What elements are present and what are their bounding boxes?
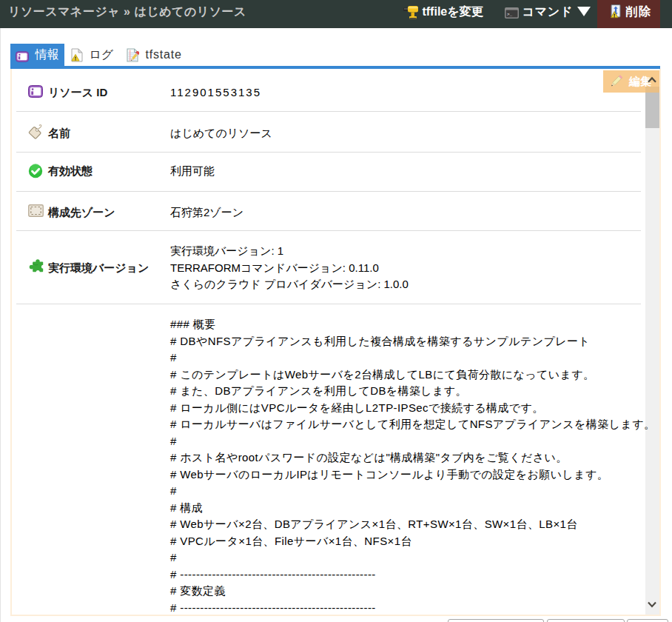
svg-text:>_: >_ [507, 12, 513, 17]
